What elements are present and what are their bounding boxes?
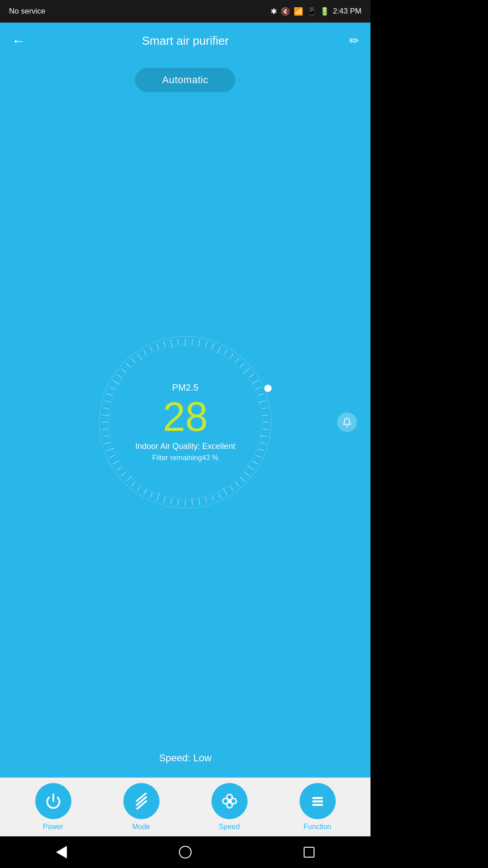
air-quality-label: Indoor Air Quality: Excellent [127, 442, 244, 451]
svg-line-21 [260, 435, 267, 437]
status-bar: No service ✱ 🔇 📶 📱 🔋 2:43 PM [0, 0, 371, 23]
svg-line-38 [178, 500, 178, 505]
function-icon [310, 793, 326, 809]
speed-label: Speed: Low [159, 752, 211, 764]
svg-line-10 [240, 363, 244, 367]
recents-nav-button[interactable] [290, 842, 328, 862]
svg-line-68 [150, 346, 152, 352]
svg-line-59 [107, 394, 112, 396]
svg-line-61 [113, 381, 120, 385]
svg-line-48 [117, 467, 122, 470]
svg-line-2 [192, 339, 192, 345]
svg-line-76 [136, 793, 146, 801]
svg-line-64 [126, 363, 130, 367]
svg-line-58 [104, 401, 110, 402]
svg-rect-79 [312, 797, 323, 799]
svg-line-18 [263, 415, 268, 415]
bluetooth-icon: ✱ [271, 7, 277, 16]
gauge-section: PM2.5 28 Indoor Air Quality: Excellent F… [0, 97, 371, 748]
svg-line-51 [107, 448, 114, 451]
mode-icon-circle [123, 783, 160, 819]
mode-button[interactable]: Automatic [135, 68, 235, 92]
gauge-container: PM2.5 28 Indoor Air Quality: Excellent F… [90, 327, 280, 517]
svg-line-77 [136, 801, 146, 809]
svg-line-71 [171, 340, 172, 348]
svg-rect-81 [312, 804, 323, 806]
sim-icon: 📱 [307, 7, 316, 16]
battery-icon: 🔋 [320, 7, 329, 16]
svg-line-75 [136, 797, 146, 805]
gauge-indicator [264, 385, 272, 392]
svg-line-35 [199, 499, 200, 505]
header: ← Smart air purifier ✏ [0, 23, 371, 59]
svg-line-40 [164, 497, 165, 503]
svg-line-20 [263, 429, 268, 429]
svg-line-54 [102, 429, 108, 429]
svg-line-16 [258, 401, 266, 402]
svg-line-30 [230, 486, 233, 491]
home-nav-icon [179, 846, 192, 859]
nav-label-speed: Speed [219, 823, 239, 831]
svg-line-41 [157, 494, 160, 501]
carrier-label: No service [9, 7, 45, 16]
back-nav-icon [56, 846, 67, 859]
back-icon: ← [11, 33, 26, 49]
mode-icon [133, 793, 150, 809]
recents-nav-icon [304, 847, 314, 858]
pm-label: PM2.5 [127, 382, 244, 393]
home-nav-button[interactable] [165, 841, 205, 863]
svg-line-23 [258, 449, 264, 451]
svg-line-5 [212, 344, 214, 349]
fan-icon [221, 793, 238, 809]
edit-button[interactable]: ✏ [337, 34, 359, 48]
svg-line-69 [157, 344, 159, 349]
svg-line-65 [131, 358, 135, 363]
svg-line-49 [113, 461, 118, 464]
nav-item-function[interactable]: Function [300, 783, 336, 831]
bottom-nav: Power Mode [0, 778, 371, 836]
svg-line-62 [117, 374, 122, 377]
svg-line-57 [103, 408, 109, 409]
svg-line-53 [103, 436, 109, 437]
svg-line-60 [109, 387, 115, 389]
gauge-content: PM2.5 28 Indoor Air Quality: Excellent F… [127, 382, 244, 462]
nav-label-mode: Mode [132, 823, 150, 831]
mode-section: Automatic [0, 59, 371, 97]
power-icon-circle [35, 783, 71, 819]
svg-line-31 [223, 488, 227, 495]
svg-line-12 [249, 374, 254, 377]
status-icons: ✱ 🔇 📶 📱 🔋 2:43 PM [271, 7, 361, 16]
svg-line-14 [256, 387, 261, 389]
back-button[interactable]: ← [11, 33, 34, 49]
svg-line-22 [260, 443, 266, 444]
speed-icon-circle [211, 783, 248, 819]
svg-point-78 [228, 800, 231, 802]
edit-icon: ✏ [349, 34, 359, 48]
svg-line-29 [235, 482, 239, 486]
notification-button[interactable] [337, 412, 357, 432]
svg-line-46 [126, 476, 131, 481]
svg-line-34 [206, 497, 207, 503]
svg-line-63 [121, 368, 126, 372]
time-label: 2:43 PM [333, 7, 361, 16]
svg-line-28 [240, 477, 244, 481]
nav-item-mode[interactable]: Mode [123, 783, 160, 831]
svg-line-67 [144, 350, 147, 355]
wifi-icon: 📶 [294, 7, 303, 16]
filter-remaining-label: Filter remaining43 % [127, 454, 244, 462]
back-nav-button[interactable] [42, 841, 80, 863]
svg-line-27 [245, 472, 249, 476]
svg-line-70 [164, 341, 165, 347]
svg-line-33 [212, 495, 214, 501]
svg-line-4 [206, 341, 207, 347]
svg-line-8 [230, 354, 233, 359]
svg-line-56 [102, 415, 110, 415]
power-icon [45, 793, 61, 809]
svg-line-9 [235, 358, 239, 363]
nav-item-speed[interactable]: Speed [211, 783, 248, 831]
function-icon-circle [300, 783, 336, 819]
speed-section: Speed: Low [0, 748, 371, 778]
svg-line-39 [171, 499, 172, 505]
nav-item-power[interactable]: Power [35, 783, 71, 831]
svg-line-13 [253, 381, 258, 384]
